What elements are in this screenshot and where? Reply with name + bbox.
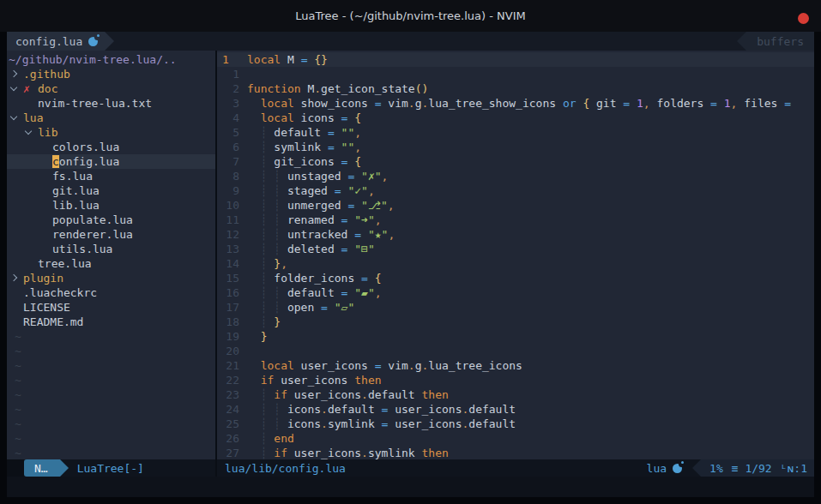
command-line[interactable] [7,477,814,497]
statusline-buffer-name: LuaTree[-] [77,462,144,475]
titlebar: LuaTree - (~/github/nvim-tree.lua) - NVI… [0,0,821,32]
tree-item[interactable]: nvim-tree-lua.txt [7,96,215,111]
code-line[interactable]: 5 ┊ default = "", [217,125,814,140]
code-line-text: ┊ ┊ default = "▰", [239,285,382,300]
tree-item[interactable]: README.md [7,315,215,329]
code-line[interactable]: 14 ┊ }, [217,256,814,271]
tree-item-label: lib [38,125,57,140]
code-line[interactable]: 8 ┊ ┊ unstaged = "✗", [217,169,814,183]
scroll-percent: 1% [709,462,723,475]
empty-line-tilde: ~ [7,329,215,344]
code-line[interactable]: 21 local user_icons = vim.g.lua_tree_ico… [217,358,814,373]
empty-line-tilde: ~ [7,358,215,373]
code-line[interactable]: 27 ┊ if user_icons.symlink then [217,446,814,459]
tree-item-label: fs.lua [52,169,93,183]
tree-item[interactable]: ~/github/nvim-tree.lua/.. [7,52,215,67]
empty-line-tilde: ~ [7,417,215,431]
code-line[interactable]: 12 ┊ ┊ untracked = "★", [217,227,814,242]
code-line-text: if user_icons then [239,373,382,387]
line-number: 4 [217,111,239,125]
code-line[interactable]: 23 ┊ if user_icons.default then [217,387,814,402]
tab-config-lua[interactable]: config.lua [7,32,105,51]
code-line-text: } [239,329,267,344]
line-number: 12 [217,227,239,242]
lines-icon: ≡ [732,462,739,475]
code-line[interactable]: 20 [217,344,814,358]
line-number: 24 [217,402,239,417]
code-line[interactable]: 3 local show_icons = vim.g.lua_tree_show… [217,96,814,111]
tree-item-label: populate.lua [52,213,133,227]
code-line[interactable]: 25 ┊ ┊ icons.symlink = user_icons.defaul… [217,417,814,431]
tree-item-label: doc [38,81,57,96]
code-line-text: ┊ folder_icons = { [239,271,382,285]
code-line[interactable]: 13 ┊ ┊ deleted = "⊟" [217,242,814,256]
tabline: config.lua buffers [7,32,814,51]
line-number: 9 [217,183,239,198]
position-indicator: ≡ 1/92 [732,462,772,475]
empty-line-tilde: ~ [7,387,215,402]
line-number: 11 [217,213,239,227]
code-line[interactable]: 6 ┊ symlink = "", [217,140,814,154]
statusline: N… LuaTree[-] lua/lib/config.lua lua 1% … [7,459,814,477]
chevron-right-icon[interactable] [9,271,23,285]
tree-item-label: README.md [23,315,83,329]
line-number: 7 [217,154,239,169]
powerline-arrow-icon [737,32,746,51]
line-number: 10 [217,198,239,213]
code-line[interactable]: 16 ┊ ┊ default = "▰", [217,285,814,300]
chevron-right-icon[interactable] [9,67,23,81]
statusline-position: 1% ≡ 1/92 ᴸɴ:1 [701,459,814,477]
close-button[interactable] [798,13,809,24]
code-line-text: ┊ end [239,431,294,446]
line-number: 13 [217,242,239,256]
tree-item[interactable]: lib [7,125,215,140]
code-line[interactable]: 11 ┊ ┊ renamed = "➜", [217,213,814,227]
code-line-text: ┊ ┊ icons.default = user_icons.default [239,402,516,417]
tree-item[interactable]: fs.lua [7,169,215,183]
tree-item[interactable]: lua [7,111,215,125]
line-number: 15 [217,271,239,285]
tree-item[interactable]: ✗doc [7,81,215,96]
code-line[interactable]: 1 [217,67,814,81]
tree-item[interactable]: colors.lua [7,140,215,154]
code-line[interactable]: 15 ┊ folder_icons = { [217,271,814,285]
tree-item[interactable]: populate.lua [7,213,215,227]
code-line[interactable]: 19 } [217,329,814,344]
chevron-down-icon[interactable] [23,125,38,140]
code-line[interactable]: 17 ┊ ┊ open = "▱" [217,300,814,315]
chevron-down-icon[interactable] [9,111,23,125]
tree-item[interactable]: .github [7,67,215,81]
tree-item[interactable]: config.lua [7,154,215,169]
powerline-arrow-icon [60,459,69,477]
tree-item[interactable]: lib.lua [7,198,215,213]
statusline-code: lua/lib/config.lua lua 1% ≡ 1/92 ᴸɴ:1 [217,459,814,477]
tree-item[interactable]: git.lua [7,183,215,198]
code-line[interactable]: 10 ┊ ┊ unmerged = "⎇", [217,198,814,213]
code-line[interactable]: 2function M.get_icon_state() [217,81,814,96]
tree-item[interactable]: tree.lua [7,256,215,271]
code-line[interactable]: 24 ┊ ┊ icons.default = user_icons.defaul… [217,402,814,417]
tree-item[interactable]: LICENSE [7,300,215,315]
buffers-button[interactable]: buffers [746,32,814,51]
chevron-down-icon[interactable] [9,81,23,96]
powerline-arrow-icon [692,459,701,477]
code-line[interactable]: 1local M = {} [217,52,814,67]
tree-item[interactable]: utils.lua [7,242,215,256]
code-line[interactable]: 7 ┊ git_icons = { [217,154,814,169]
tree-item-label: .github [23,67,70,81]
tree-item[interactable]: plugin [7,271,215,285]
code-line[interactable]: 18 ┊ } [217,315,814,329]
tree-item[interactable]: renderer.lua [7,227,215,242]
line-number: 23 [217,387,239,402]
code-line-text: ┊ default = "", [239,125,361,140]
line-number: 20 [217,344,239,358]
code-line[interactable]: 9 ┊ ┊ staged = "✓", [217,183,814,198]
code-line-text: local icons = { [239,111,361,125]
tree-item[interactable]: .luacheckrc [7,285,215,300]
code-line[interactable]: 22 if user_icons then [217,373,814,387]
tree-item-label: utils.lua [52,242,112,256]
code-line[interactable]: 4 local icons = { [217,111,814,125]
code-line-text: ┊ ┊ deleted = "⊟" [239,242,375,256]
code-editor[interactable]: 1local M = {}12function M.get_icon_state… [217,51,814,459]
code-line[interactable]: 26 ┊ end [217,431,814,446]
